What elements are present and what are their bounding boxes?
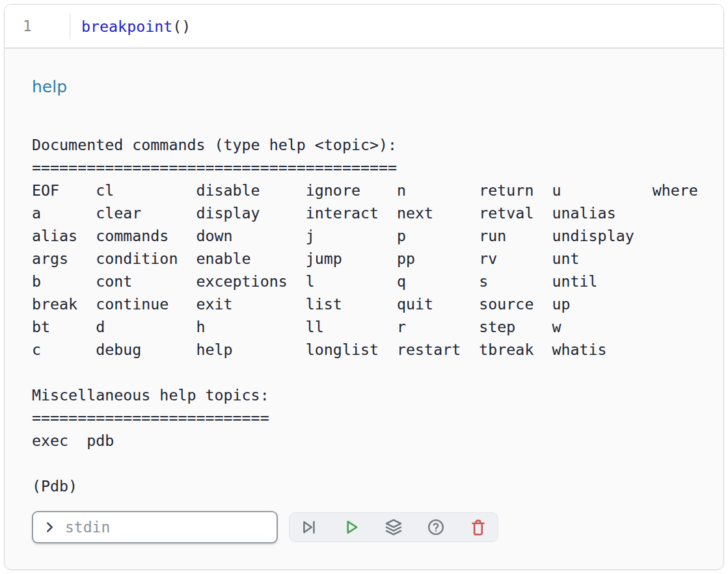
line-number: 1 <box>23 18 32 34</box>
step-button[interactable] <box>300 518 318 536</box>
toolbar <box>289 512 498 542</box>
trash-icon <box>469 518 487 536</box>
code-line[interactable]: breakpoint() <box>81 5 191 47</box>
editor-gutter: 1 <box>5 5 70 47</box>
play-icon <box>342 518 360 536</box>
console-output: help Documented commands (type help <top… <box>5 77 723 543</box>
run-button[interactable] <box>342 518 360 536</box>
console-controls <box>32 511 696 543</box>
stdin-inputbox[interactable] <box>32 511 278 543</box>
clear-button[interactable] <box>469 518 487 536</box>
code-token-builtin: breakpoint <box>81 18 172 35</box>
question-circle-icon <box>427 518 445 536</box>
code-editor[interactable]: 1 breakpoint() <box>5 5 723 49</box>
help-button[interactable] <box>427 518 445 536</box>
stack-button[interactable] <box>384 518 403 536</box>
skip-next-icon <box>300 518 318 536</box>
gutter-divider <box>70 13 70 39</box>
ide-panel: 1 breakpoint() help Documented commands … <box>4 4 724 570</box>
stdin-input[interactable] <box>64 518 267 536</box>
echoed-input: help <box>32 77 696 97</box>
chevron-right-icon <box>42 520 57 534</box>
pdb-output-text: Documented commands (type help <topic>):… <box>32 133 696 497</box>
layers-icon <box>384 518 403 536</box>
code-token-parens: () <box>172 18 191 35</box>
